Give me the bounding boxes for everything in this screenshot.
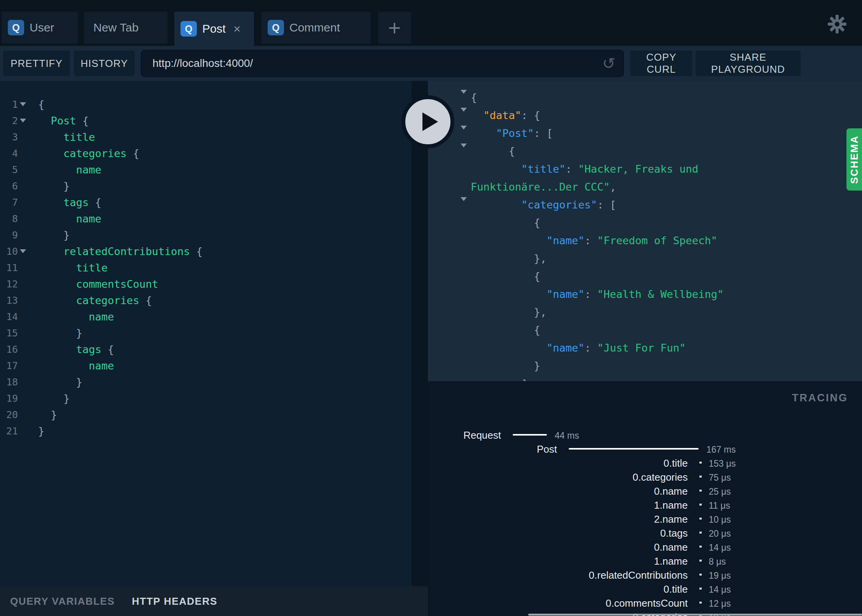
token: { — [102, 343, 114, 355]
token: : [ — [597, 199, 616, 211]
tab-new-tab[interactable]: New Tab — [84, 12, 168, 44]
copy-curl-button[interactable]: COPY CURL — [630, 51, 692, 76]
query-code: } — [38, 425, 44, 437]
history-button[interactable]: HISTORY — [74, 51, 135, 76]
gear-icon — [827, 14, 847, 34]
query-variables-tab[interactable]: QUERY VARIABLES — [10, 595, 115, 607]
line-number: 8 — [0, 213, 18, 224]
tracing-time: 25 μs — [709, 486, 731, 497]
tracing-label: 0.name — [654, 541, 688, 553]
query-code: categories { — [38, 294, 152, 306]
token — [38, 115, 51, 127]
token: } — [38, 409, 57, 421]
tab-comment[interactable]: QComment — [261, 12, 371, 44]
timing-tick — [699, 560, 702, 562]
token: }, — [471, 306, 547, 318]
close-tab-icon[interactable]: × — [233, 23, 241, 35]
response-code: { — [471, 324, 540, 336]
token — [38, 245, 63, 257]
token: : — [585, 288, 597, 300]
fold-arrow-icon[interactable] — [461, 90, 467, 105]
tracing-label: 1.name — [654, 555, 688, 567]
http-headers-tab[interactable]: HTTP HEADERS — [132, 595, 217, 607]
share-playground-button[interactable]: SHARE PLAYGROUND — [696, 51, 801, 76]
token: "name" — [547, 342, 585, 354]
response-code: { — [471, 145, 515, 157]
response-line: "name": "Just For Fun" — [428, 339, 862, 357]
line-number: 3 — [0, 131, 18, 143]
token: name — [89, 360, 114, 372]
line-number: 6 — [0, 180, 18, 192]
query-code: relatedContributions { — [38, 245, 203, 257]
line-number: 16 — [0, 344, 18, 355]
query-line: 4 categories { — [0, 145, 412, 161]
response-code: } — [471, 360, 540, 372]
query-code: name — [38, 311, 114, 323]
token: name — [76, 164, 102, 176]
response-line: "data": { — [428, 106, 862, 124]
schema-tab[interactable]: SCHEMA — [846, 128, 862, 191]
tracing-time: 14 μs — [709, 542, 731, 553]
token: "Hacker, Freaks und — [578, 163, 698, 175]
query-badge: Q — [268, 20, 284, 35]
fold-arrow-icon[interactable] — [20, 119, 26, 122]
toolbar: PRETTIFY HISTORY ↺ COPY CURL SHARE PLAYG… — [0, 46, 862, 81]
tracing-row: 0.commentsCount12 μs — [428, 596, 862, 610]
token: } — [38, 327, 82, 339]
token: { — [139, 294, 152, 306]
tab-post[interactable]: QPost× — [174, 12, 254, 46]
endpoint-url-input[interactable] — [141, 50, 624, 77]
token: } — [38, 376, 82, 388]
token — [471, 163, 521, 175]
line-number: 4 — [0, 148, 18, 159]
query-editor[interactable]: 1{2 Post {3 title4 categories {5 name6 }… — [0, 81, 412, 586]
response-code: "name": "Just For Fun" — [471, 342, 686, 354]
tracing-row: 0.title14 μs — [428, 582, 862, 596]
line-number: 9 — [0, 229, 18, 241]
token: } — [38, 229, 70, 241]
tracing-row: 0.title153 μs — [428, 456, 862, 470]
token — [38, 278, 76, 290]
fold-column — [461, 94, 467, 106]
line-number: 10 — [0, 246, 18, 257]
token: : { — [521, 109, 540, 121]
timing-tick — [699, 490, 702, 492]
query-line: 10 relatedContributions { — [0, 243, 412, 259]
query-line: 21} — [0, 423, 412, 439]
fold-arrow-icon[interactable] — [461, 144, 467, 159]
query-code: Post { — [38, 115, 89, 127]
line-number: 5 — [0, 164, 18, 175]
query-line: 7 tags { — [0, 194, 412, 210]
fold-column — [461, 112, 467, 124]
token: Post — [51, 115, 76, 127]
pane-divider[interactable] — [412, 81, 428, 586]
tracing-time: 12 μs — [709, 598, 731, 609]
horizontal-scrollbar[interactable] — [528, 614, 862, 616]
response-code: "name": "Health & Wellbeing" — [471, 288, 724, 300]
line-number: 7 — [0, 197, 18, 208]
fold-arrow-icon[interactable] — [20, 249, 26, 253]
response-line: Funktionäre...Der CCC", — [428, 178, 862, 196]
reload-endpoint-button[interactable]: ↺ — [601, 55, 617, 72]
settings-button[interactable] — [827, 14, 847, 34]
token: categories — [76, 294, 140, 306]
prettify-button[interactable]: PRETTIFY — [3, 51, 70, 76]
fold-arrow-icon[interactable] — [461, 126, 467, 141]
execute-query-button[interactable] — [401, 95, 454, 148]
graphql-playground: QUserNew TabQPost×QComment + — [0, 0, 862, 616]
token: name — [89, 311, 114, 323]
tracing-time: 19 μs — [709, 570, 731, 581]
fold-arrow-icon[interactable] — [461, 108, 467, 123]
token: : — [566, 163, 578, 175]
new-tab-button[interactable]: + — [378, 12, 411, 44]
tab-user[interactable]: QUser — [2, 12, 78, 44]
fold-arrow-icon[interactable] — [20, 102, 26, 106]
fold-arrow-icon[interactable] — [461, 197, 467, 213]
token: : [ — [534, 127, 553, 139]
line-number: 1 — [0, 99, 18, 110]
timing-tick — [699, 476, 702, 478]
tracing-label: 0.title — [664, 457, 688, 469]
response-code: { — [471, 91, 477, 103]
query-code: name — [38, 213, 102, 225]
token: tags — [63, 196, 89, 208]
